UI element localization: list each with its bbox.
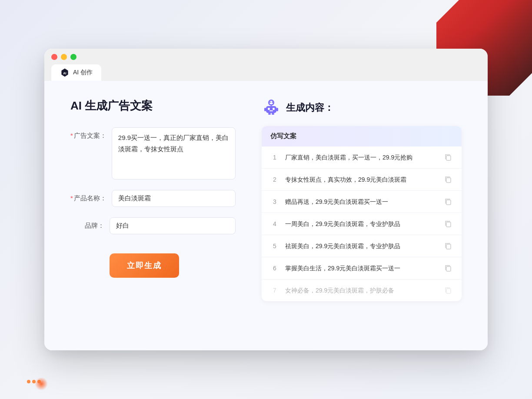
copy-button[interactable] [443,175,453,184]
product-name-input[interactable] [112,190,236,207]
left-panel: AI 生成广告文案 *广告文案： *产品名称： 品牌： 立 [70,98,236,329]
row-text: 厂家直销，美白淡斑霜，买一送一，29.9元抢购 [285,153,437,162]
table-row: 1 厂家直销，美白淡斑霜，买一送一，29.9元抢购 [262,146,462,169]
svg-rect-11 [264,108,266,111]
svg-rect-7 [268,108,270,110]
right-title: 生成内容： [286,101,334,114]
copy-button[interactable] [443,286,453,295]
required-star-1: * [70,132,73,139]
row-text: 女神必备，29.9元美白淡斑霜，护肤必备 [285,286,437,295]
required-star-2: * [70,194,73,202]
brand-group: 品牌： [70,217,236,234]
brand-label: 品牌： [70,217,110,230]
brand-input[interactable] [110,217,236,234]
product-name-group: *产品名称： [70,190,236,207]
svg-text:AI: AI [63,71,66,75]
svg-rect-20 [446,266,451,271]
svg-rect-9 [269,110,273,111]
copy-icon [444,264,452,272]
copy-button[interactable] [443,241,453,251]
copy-icon [444,153,452,161]
generate-button[interactable]: 立即生成 [110,253,179,278]
row-number: 7 [270,287,279,294]
table-row: 4 一周美白，29.9元美白淡斑霜，专业护肤品 [262,213,462,235]
copy-button[interactable] [443,219,453,229]
svg-point-4 [269,102,271,103]
row-text: 赠品再送，29.9元美白淡斑霜买一送一 [285,197,437,206]
table-row: 5 祛斑美白，29.9元美白淡斑霜，专业护肤品 [262,235,462,257]
maximize-button[interactable] [70,54,76,60]
svg-rect-8 [273,108,275,110]
window-controls [51,54,481,60]
tab-label: AI 创作 [73,69,93,76]
svg-point-5 [272,102,273,103]
table-row: 7 女神必备，29.9元美白淡斑霜，护肤必备 [262,279,462,301]
browser-window: AI AI 创作 AI 生成广告文案 *广告文案： *产品名称： [44,49,488,350]
browser-chrome: AI AI 创作 [44,49,488,81]
page-title: AI 生成广告文案 [70,98,236,113]
table-row: 2 专抹女性斑点，真实功效，29.9元美白淡斑霜 [262,169,462,191]
tab-bar: AI AI 创作 [51,64,481,81]
svg-rect-14 [272,113,274,115]
svg-rect-17 [446,200,451,205]
table-row: 3 赠品再送，29.9元美白淡斑霜买一送一 [262,191,462,213]
copy-icon [444,286,452,294]
copy-icon [444,242,452,250]
minimize-button[interactable] [61,54,67,60]
results-table: 仿写文案 1 厂家直销，美白淡斑霜，买一送一，29.9元抢购 2 专抹女性斑点，… [262,126,462,301]
svg-rect-13 [268,113,271,115]
ad-copy-label: *广告文案： [70,127,112,140]
ai-creation-tab[interactable]: AI AI 创作 [51,64,101,81]
row-number: 5 [270,243,279,249]
svg-rect-19 [446,244,451,249]
ai-tab-icon: AI [60,68,70,77]
ad-copy-input[interactable] [112,127,236,180]
right-panel: 生成内容： 仿写文案 1 厂家直销，美白淡斑霜，买一送一，29.9元抢购 2 专… [262,98,462,329]
product-name-label: *产品名称： [70,190,112,203]
svg-rect-12 [276,108,278,111]
ad-copy-group: *广告文案： [70,127,236,180]
copy-button[interactable] [443,263,453,273]
copy-icon [444,220,452,228]
decorative-dots [26,378,42,386]
svg-rect-6 [266,106,276,113]
copy-icon [444,198,452,206]
copy-icon [444,176,452,183]
copy-button[interactable] [443,153,453,162]
row-number: 4 [270,220,279,227]
svg-rect-21 [446,289,451,293]
row-number: 6 [270,265,279,272]
browser-content: AI 生成广告文案 *广告文案： *产品名称： 品牌： 立 [44,81,488,350]
copy-button[interactable] [443,197,453,206]
table-header: 仿写文案 [262,126,462,146]
row-number: 3 [270,198,279,205]
row-text: 掌握美白生活，29.9元美白淡斑霜买一送一 [285,264,437,273]
row-number: 2 [270,176,279,183]
robot-icon [262,98,281,117]
svg-rect-16 [446,178,451,183]
row-number: 1 [270,154,279,161]
table-row: 6 掌握美白生活，29.9元美白淡斑霜买一送一 [262,257,462,279]
close-button[interactable] [51,54,57,60]
row-text: 祛斑美白，29.9元美白淡斑霜，专业护肤品 [285,242,437,251]
svg-rect-18 [446,222,451,227]
right-header: 生成内容： [262,98,462,117]
row-text: 专抹女性斑点，真实功效，29.9元美白淡斑霜 [285,175,437,184]
svg-rect-15 [446,156,451,160]
row-text: 一周美白，29.9元美白淡斑霜，专业护肤品 [285,219,437,229]
